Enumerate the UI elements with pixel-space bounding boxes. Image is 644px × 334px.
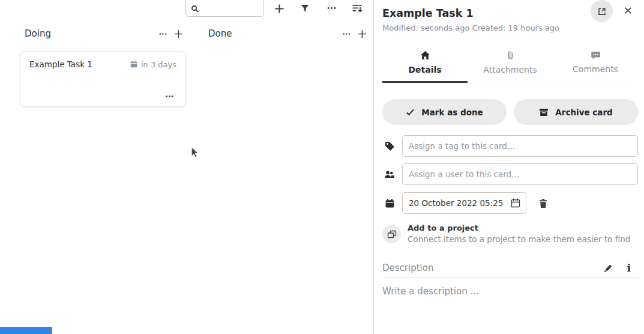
kanban-board: Doing Example Task 1 in 3 days xyxy=(0,0,373,334)
check-icon xyxy=(406,108,415,116)
due-date-field[interactable]: 20 October 2022 05:25 xyxy=(402,192,526,214)
calendar-picker-icon[interactable] xyxy=(510,198,521,208)
card-title: Example Task 1 xyxy=(29,59,130,69)
archive-card-label: Archive card xyxy=(555,108,612,117)
tab-details[interactable]: Details xyxy=(382,47,468,83)
paperclip-icon xyxy=(506,50,515,61)
calendar-icon xyxy=(130,60,138,68)
panel-meta: Modified: seconds ago Created: 19 hours … xyxy=(382,23,638,32)
description-header: Description i xyxy=(382,263,638,278)
remove-due-date-button[interactable] xyxy=(537,196,550,210)
info-icon[interactable]: i xyxy=(627,263,631,273)
archive-icon xyxy=(539,108,549,117)
users-icon xyxy=(382,169,397,179)
column-header: Done xyxy=(203,25,370,42)
home-icon xyxy=(420,50,430,61)
card-details-panel: Example Task 1 Modified: seconds ago Cre… xyxy=(373,0,644,334)
bottom-accent-bar xyxy=(0,327,52,334)
app-window: Doing Example Task 1 in 3 days xyxy=(0,0,644,334)
search-input[interactable] xyxy=(202,3,260,15)
board-menu-button[interactable] xyxy=(351,2,364,15)
filter-button[interactable] xyxy=(298,2,311,15)
calendar-icon xyxy=(382,198,397,208)
tab-comments[interactable]: Comments xyxy=(553,47,638,83)
card-due-date: in 3 days xyxy=(130,60,176,69)
due-date-value: 20 October 2022 05:25 xyxy=(409,198,510,208)
column-add-card-button[interactable] xyxy=(170,26,186,41)
add-to-project-row[interactable]: Add to a project Connect items to a proj… xyxy=(382,223,638,244)
tab-label: Attachments xyxy=(483,65,537,74)
task-card[interactable]: Example Task 1 in 3 days xyxy=(20,51,186,107)
column-header: Doing xyxy=(20,25,186,42)
card-more-button[interactable] xyxy=(162,91,176,102)
mark-as-done-label: Mark as done xyxy=(421,108,483,117)
open-external-icon xyxy=(597,7,607,16)
archive-card-button[interactable]: Archive card xyxy=(514,99,638,125)
assign-tag-input[interactable] xyxy=(402,135,638,157)
tab-attachments[interactable]: Attachments xyxy=(468,47,553,83)
column-more-button[interactable] xyxy=(339,26,354,41)
add-to-project-title: Add to a project xyxy=(408,223,630,232)
card-due-label: in 3 days xyxy=(141,60,176,69)
search-icon xyxy=(191,5,199,13)
description-label: Description xyxy=(382,263,603,273)
board-more-button[interactable] xyxy=(325,1,338,14)
close-panel-button[interactable] xyxy=(622,5,633,16)
assign-user-input[interactable] xyxy=(402,163,638,185)
add-list-button[interactable] xyxy=(272,2,286,15)
open-external-button[interactable] xyxy=(591,0,613,22)
mouse-cursor-icon xyxy=(190,146,200,160)
column-doing: Doing Example Task 1 in 3 days xyxy=(20,25,186,107)
column-add-card-button[interactable] xyxy=(354,26,370,41)
add-to-project-subtitle: Connect items to a project to make them … xyxy=(408,234,630,244)
tab-bar: Details Attachments Comments xyxy=(382,47,638,84)
column-more-button[interactable] xyxy=(155,26,170,41)
tab-label: Details xyxy=(408,65,441,74)
column-done: Done xyxy=(203,25,370,42)
column-title: Done xyxy=(208,28,339,39)
comment-icon xyxy=(591,50,601,60)
close-icon xyxy=(624,6,633,15)
edit-description-button[interactable] xyxy=(603,263,613,273)
search-box[interactable] xyxy=(185,0,264,17)
column-title: Doing xyxy=(25,28,155,39)
mark-as-done-button[interactable]: Mark as done xyxy=(382,99,507,125)
tab-label: Comments xyxy=(573,64,618,74)
tag-icon xyxy=(382,141,397,151)
description-placeholder[interactable]: Write a description … xyxy=(382,286,638,297)
project-icon xyxy=(382,225,401,243)
